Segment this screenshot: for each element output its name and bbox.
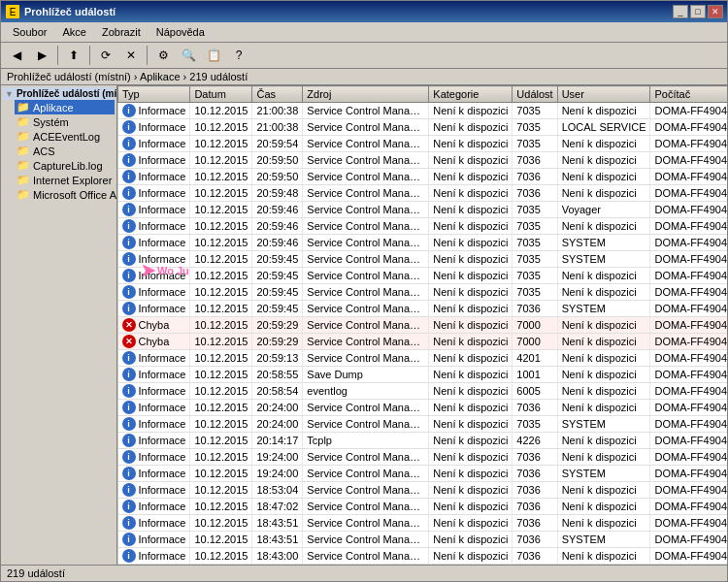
table-row[interactable]: i Informace 10.12.2015 18:43:00 Service … [118, 548, 728, 565]
table-row[interactable]: ✕ Chyba 10.12.2015 20:59:29 Service Cont… [118, 334, 728, 350]
type-label: Informace [139, 187, 186, 199]
table-row[interactable]: i Informace 10.12.2015 20:58:55 Save Dum… [118, 367, 728, 383]
cell-udalost: 7035 [513, 416, 557, 433]
table-row[interactable]: i Informace 10.12.2015 20:59:46 Service … [118, 235, 728, 251]
sidebar-item-aceeventlog[interactable]: 📁 ACEEventLog [15, 129, 115, 144]
col-header-cas[interactable]: Čas [252, 86, 303, 103]
table-row[interactable]: i Informace 10.12.2015 20:59:13 Service … [118, 350, 728, 367]
table-row[interactable]: i Informace 10.12.2015 20:59:50 Service … [118, 169, 728, 185]
table-row[interactable]: i Informace 10.12.2015 19:24:00 Service … [118, 449, 728, 466]
sidebar-item-mso[interactable]: 📁 Microsoft Office Alerts [15, 187, 115, 202]
cell-datum: 10.12.2015 [190, 383, 252, 400]
menu-soubor[interactable]: Soubor [5, 24, 54, 40]
col-header-datum[interactable]: Datum [190, 86, 252, 103]
table-row[interactable]: i Informace 10.12.2015 18:47:02 Service … [118, 499, 728, 515]
cell-pocitac: DOMA-FF4904B4BC [650, 433, 727, 449]
table-row[interactable]: i Informace 10.12.2015 18:43:51 Service … [118, 532, 728, 548]
cell-udalost: 7036 [513, 152, 557, 169]
type-label: Informace [139, 385, 186, 397]
col-header-user[interactable]: User [557, 86, 650, 103]
forward-button[interactable]: ▶ [30, 45, 53, 66]
close-button[interactable]: ✕ [708, 5, 723, 18]
menu-zobrazit[interactable]: Zobrazit [94, 24, 149, 40]
table-row[interactable]: i Informace 10.12.2015 20:14:17 Tcplp Ne… [118, 433, 728, 449]
row-type-cell: i Informace [122, 533, 186, 546]
maximize-button[interactable]: □ [690, 5, 706, 18]
row-type-cell: i Informace [122, 252, 186, 266]
table-row[interactable]: i Informace 10.12.2015 20:24:00 Service … [118, 400, 728, 416]
table-row[interactable]: i Informace 10.12.2015 20:59:45 Service … [118, 268, 728, 284]
sidebar-item-system[interactable]: 📁 Systém [15, 114, 115, 129]
cell-udalost: 7035 [513, 136, 557, 152]
col-header-typ[interactable]: Typ [118, 86, 190, 103]
info-icon: i [122, 285, 136, 299]
back-button[interactable]: ◀ [5, 45, 28, 66]
cell-user: Voyager [557, 202, 650, 218]
table-row[interactable]: i Informace 10.12.2015 20:59:45 Service … [118, 301, 728, 317]
cell-udalost: 7000 [513, 317, 557, 334]
menu-akce[interactable]: Akce [54, 24, 93, 40]
cell-kategorie: Není k dispozici [429, 499, 513, 515]
table-row[interactable]: i Informace 10.12.2015 20:59:50 Service … [118, 152, 728, 169]
title-bar-left: E Prohlížeč událostí [5, 4, 116, 19]
table-row[interactable]: i Informace 10.12.2015 21:00:38 Service … [118, 119, 728, 136]
cell-typ: i Informace [118, 202, 190, 218]
cell-cas: 19:24:00 [252, 449, 303, 466]
cell-zdroj: Service Control Manager [303, 532, 429, 548]
table-row[interactable]: i Informace 10.12.2015 21:00:38 Service … [118, 103, 728, 119]
cell-datum: 10.12.2015 [190, 350, 252, 367]
col-header-kategorie[interactable]: Kategorie [429, 86, 513, 103]
minimize-button[interactable]: _ [673, 5, 688, 18]
table-row[interactable]: i Informace 10.12.2015 18:53:04 Service … [118, 482, 728, 499]
sidebar-item-capturelib[interactable]: 📁 CaptureLib.log [15, 158, 115, 173]
cell-typ: i Informace [118, 482, 190, 499]
search-button[interactable]: 🔍 [177, 45, 200, 66]
cell-zdroj: Service Control Manager [303, 565, 429, 566]
cell-kategorie: Není k dispozici [429, 284, 513, 301]
table-row[interactable]: i Informace 10.12.2015 20:59:45 Service … [118, 251, 728, 268]
stop-button[interactable]: ✕ [119, 45, 143, 66]
sidebar-item-acs[interactable]: 📁 ACS [15, 144, 115, 158]
table-row[interactable]: i Informace 10.12.2015 20:58:54 eventlog… [118, 383, 728, 400]
up-button[interactable]: ⬆ [62, 45, 85, 66]
table-row[interactable]: i Informace 10.12.2015 20:24:00 Service … [118, 416, 728, 433]
status-bar: 219 událostí [1, 565, 727, 581]
cell-typ: i Informace [118, 532, 190, 548]
sidebar-root[interactable]: ▼ Prohlížeč událostí (místní) [3, 87, 115, 100]
table-row[interactable]: i Informace 10.12.2015 20:59:54 Service … [118, 136, 728, 152]
cell-user: SYSTEM [557, 251, 650, 268]
sidebar-item-ie[interactable]: 📁 Internet Explorer [15, 173, 115, 187]
table-row[interactable]: i Informace 10.12.2015 20:59:48 Service … [118, 185, 728, 202]
col-header-pocitac[interactable]: Počítač [650, 86, 727, 103]
breadcrumb-text: Prohlížeč událostí (místní) › Aplikace ›… [7, 71, 248, 82]
cell-user: Není k dispozici [557, 482, 650, 499]
refresh-button[interactable]: ⟳ [94, 45, 117, 66]
cell-udalost: 7035 [513, 202, 557, 218]
cell-zdroj: Service Control Manager [303, 202, 429, 218]
cell-typ: i Informace [118, 515, 190, 532]
table-row[interactable]: i Informace 10.12.2015 18:43:51 Service … [118, 515, 728, 532]
cell-pocitac: DOMA-FF4904B4BC [650, 284, 727, 301]
col-header-udalost[interactable]: Událost [513, 86, 557, 103]
type-label: Informace [139, 468, 186, 479]
table-row[interactable]: i Informace 10.12.2015 19:24:00 Service … [118, 466, 728, 482]
cell-user: SYSTEM [557, 532, 650, 548]
type-label: Informace [139, 517, 186, 529]
table-row[interactable]: i Informace 10.12.2015 20:59:45 Service … [118, 284, 728, 301]
cell-datum: 10.12.2015 [190, 235, 252, 251]
help-button[interactable]: ? [227, 45, 250, 66]
cell-zdroj: Service Control Manager [303, 235, 429, 251]
cell-pocitac: DOMA-FF4904B4BC [650, 548, 727, 565]
sidebar-item-aplikace[interactable]: 📁 Aplikace [15, 100, 115, 114]
filter-button[interactable]: ⚙ [151, 45, 175, 66]
event-table-container: Typ Datum Čas Zdroj Kategorie Událost Us… [117, 85, 727, 565]
table-row[interactable]: i Informace 10.12.2015 20:59:46 Service … [118, 218, 728, 235]
menu-napoveda[interactable]: Nápověda [149, 24, 213, 40]
export-button[interactable]: 📋 [202, 45, 225, 66]
table-row[interactable]: i Informace 10.12.2015 20:59:46 Service … [118, 202, 728, 218]
cell-datum: 10.12.2015 [190, 433, 252, 449]
table-row[interactable]: i Informace 10.12.2015 18:24:00 Service … [118, 565, 728, 566]
col-header-zdroj[interactable]: Zdroj [303, 86, 429, 103]
table-row[interactable]: ✕ Chyba 10.12.2015 20:59:29 Service Cont… [118, 317, 728, 334]
type-label: Informace [139, 204, 186, 215]
